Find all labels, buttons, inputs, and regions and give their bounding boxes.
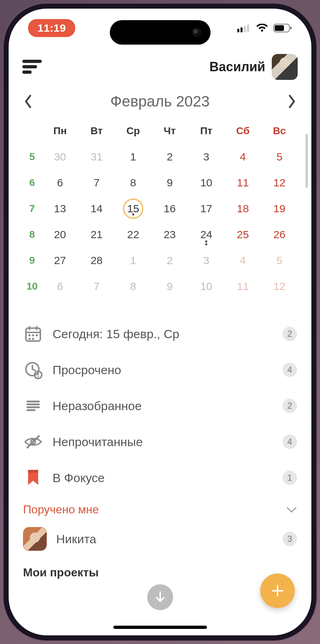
weekday-label: Пт: [188, 125, 225, 137]
calendar-day[interactable]: 3: [188, 250, 225, 271]
svg-rect-8: [29, 326, 30, 330]
calendar-day[interactable]: 5: [261, 250, 298, 271]
calendar-day[interactable]: 12: [261, 173, 298, 193]
status-icons: [237, 24, 292, 32]
filter-label: Сегодня: 15 февр., Ср: [53, 327, 273, 341]
arrow-down-icon: [155, 591, 166, 603]
scroll-down-button[interactable]: [147, 584, 173, 610]
svg-point-17: [37, 376, 39, 377]
calendar-day[interactable]: 30: [42, 147, 78, 167]
filter-overdue[interactable]: Просрочено4: [22, 352, 298, 388]
calendar-day[interactable]: 2: [152, 147, 188, 167]
calendar-day[interactable]: 14: [78, 199, 115, 219]
filter-label: В Фокусе: [53, 471, 273, 485]
svg-point-12: [36, 334, 38, 336]
week-number: 5: [22, 151, 42, 163]
section-assigned-header[interactable]: Поручено мне: [22, 496, 298, 520]
filter-inbox[interactable]: Неразобранное2: [22, 388, 298, 424]
filter-count-badge: 2: [283, 327, 297, 341]
calendar-day[interactable]: 10: [188, 276, 225, 296]
calendar-day[interactable]: 8: [115, 173, 152, 193]
inbox-icon: [23, 396, 43, 416]
section-projects-title[interactable]: Мои проекты: [22, 558, 298, 579]
weekday-label: Вт: [78, 125, 115, 137]
filter-count-badge: 2: [283, 399, 297, 413]
next-month-button[interactable]: [288, 94, 296, 109]
calendar-day[interactable]: 18: [225, 199, 261, 219]
calendar: Пн Вт Ср Чт Пт Сб Вс 5303112345667891011…: [22, 118, 298, 299]
month-title[interactable]: Февраль 2023: [111, 93, 210, 110]
calendar-day[interactable]: 19: [261, 199, 298, 219]
calendar-day[interactable]: 21: [78, 225, 115, 245]
calendar-day[interactable]: 31: [78, 147, 115, 167]
calendar-day[interactable]: 22: [115, 225, 152, 245]
home-indicator[interactable]: [113, 626, 207, 629]
chevron-down-icon: [286, 507, 297, 513]
calendar-day[interactable]: 17: [188, 199, 225, 219]
scrollbar-thumb[interactable]: [306, 134, 308, 188]
filter-unread[interactable]: Непрочитанные4: [22, 424, 298, 460]
filter-count-badge: 4: [283, 435, 297, 449]
avatar[interactable]: [272, 54, 298, 80]
calendar-day[interactable]: 23: [152, 225, 188, 245]
calendar-day[interactable]: 6: [42, 173, 78, 193]
calendar-day[interactable]: 12: [261, 276, 298, 296]
calendar-day[interactable]: 28: [78, 250, 115, 271]
filter-label: Непрочитанные: [53, 435, 273, 449]
phone-frame: 11:19: [4, 4, 316, 640]
calendar-day[interactable]: 27: [42, 250, 78, 271]
menu-icon[interactable]: [22, 60, 42, 74]
calendar-day[interactable]: 15: [115, 199, 152, 219]
calendar-day[interactable]: 9: [152, 173, 188, 193]
wifi-icon: [256, 24, 268, 32]
calendar-day[interactable]: 3: [188, 147, 225, 167]
add-button[interactable]: [260, 573, 295, 608]
svg-rect-3: [247, 24, 249, 32]
battery-icon: [273, 24, 292, 32]
filter-list: Сегодня: 15 февр., Ср2Просрочено4Неразоб…: [22, 316, 298, 496]
calendar-day[interactable]: 4: [225, 147, 261, 167]
calendar-week-row: 713141516171819: [22, 196, 298, 222]
calendar-day[interactable]: 25: [225, 225, 261, 245]
filter-focus[interactable]: В Фокусе1: [22, 460, 298, 496]
calendar-day[interactable]: 20: [42, 225, 78, 245]
calendar-day[interactable]: 11: [225, 173, 261, 193]
svg-rect-9: [36, 326, 37, 330]
calendar-day[interactable]: 5: [261, 147, 298, 167]
svg-point-11: [32, 334, 34, 336]
calendar-day[interactable]: 24: [188, 225, 225, 245]
assignee-avatar: [23, 527, 47, 551]
svg-point-10: [28, 334, 31, 336]
filter-count-badge: 4: [283, 363, 297, 377]
calendar-day[interactable]: 10: [188, 173, 225, 193]
overdue-icon: [23, 360, 43, 380]
svg-rect-1: [240, 27, 243, 32]
calendar-day[interactable]: 9: [152, 276, 188, 296]
assignee-row[interactable]: Никита 3: [22, 520, 298, 558]
filter-label: Неразобранное: [53, 399, 273, 413]
calendar-day[interactable]: 1: [115, 147, 152, 167]
filter-label: Просрочено: [53, 363, 273, 377]
calendar-day[interactable]: 13: [42, 199, 78, 219]
calendar-day[interactable]: 16: [152, 199, 188, 219]
week-number: 6: [22, 177, 42, 189]
user-block[interactable]: Василий: [209, 54, 298, 80]
svg-point-14: [32, 338, 34, 340]
calendar-day[interactable]: 8: [115, 276, 152, 296]
prev-month-button[interactable]: [24, 94, 32, 109]
calendar-day[interactable]: 1: [115, 250, 152, 271]
calendar-week-row: 66789101112: [22, 170, 298, 196]
filter-calendar[interactable]: Сегодня: 15 февр., Ср2: [22, 316, 298, 352]
calendar-day[interactable]: 11: [225, 276, 261, 296]
screen: 11:19: [9, 9, 311, 635]
calendar-day[interactable]: 4: [225, 250, 261, 271]
calendar-day[interactable]: 2: [152, 250, 188, 271]
calendar-day[interactable]: 7: [78, 276, 115, 296]
calendar-day[interactable]: 6: [42, 276, 78, 296]
calendar-day[interactable]: 7: [78, 173, 115, 193]
calendar-day[interactable]: 26: [261, 225, 298, 245]
week-number: 7: [22, 203, 42, 214]
plus-icon: [270, 584, 285, 598]
calendar-weekday-row: Пн Вт Ср Чт Пт Сб Вс: [22, 118, 298, 144]
calendar-week-row: 820212223242526: [22, 222, 298, 248]
